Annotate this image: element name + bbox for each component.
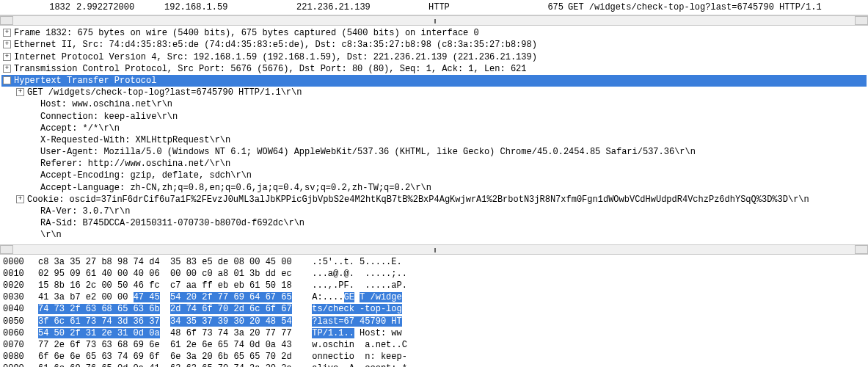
detail-text: User-Agent: Mozilla/5.0 (Windows NT 6.1;…	[40, 146, 696, 158]
hex-bytes: 02 95 09 61 40 00 40 06 00 00 c0 a8 01 3…	[38, 268, 292, 280]
hex-offset: 0030	[3, 291, 38, 303]
hex-line[interactable]: 002015 8b 16 2c 00 50 46 fc c7 aa ff eb …	[3, 280, 865, 291]
packet-list-row[interactable]: 1832 2.992272000 192.168.1.59 221.236.21…	[0, 0, 868, 15]
detail-text: Accept: */*\r\n	[40, 123, 120, 134]
detail-line: X-Requested-With: XMLHttpRequest\r\n	[1, 134, 867, 146]
detail-line: RA-Ver: 3.0.7\r\n	[1, 206, 867, 217]
detail-line[interactable]: +Cookie: oscid=37inF6drCif6u7a1F%2FEvzJ0…	[1, 194, 867, 206]
hex-offset: 0010	[3, 268, 38, 280]
col-time: 2.992272000	[76, 1, 164, 13]
detail-line: Host: www.oschina.net\r\n	[1, 98, 867, 110]
hex-line[interactable]: 00806f 6e 6e 65 63 74 69 6f 6e 3a 20 6b …	[3, 351, 865, 363]
col-src: 192.168.1.59	[164, 1, 296, 13]
expand-icon[interactable]: +	[3, 53, 11, 61]
packet-details-pane[interactable]: +Frame 1832: 675 bytes on wire (5400 bit…	[0, 26, 868, 244]
hex-offset: 0080	[3, 351, 38, 363]
hex-offset: 0050	[3, 316, 38, 327]
detail-text: Accept-Encoding: gzip, deflate, sdch\r\n	[40, 170, 252, 181]
hex-offset: 0020	[3, 280, 38, 291]
detail-text: \r\n	[40, 229, 62, 241]
detail-line: \r\n	[1, 229, 867, 241]
detail-text: Accept-Language: zh-CN,zh;q=0.8,en;q=0.6…	[40, 182, 431, 194]
detail-line[interactable]: +GET /widgets/check-top-log?last=6745790…	[1, 87, 867, 98]
hex-line[interactable]: 006054 50 2f 31 2e 31 0d 0a 48 6f 73 74 …	[3, 327, 865, 339]
expand-icon[interactable]: +	[16, 88, 24, 96]
hex-offset: 0040	[3, 303, 38, 315]
hex-line[interactable]: 004074 73 2f 63 68 65 63 6b 2d 74 6f 70 …	[3, 303, 865, 315]
hex-ascii: TP/1.1.. Host: ww	[296, 327, 402, 339]
hex-line[interactable]: 00503f 6c 61 73 74 3d 36 37 34 35 37 39 …	[3, 316, 865, 327]
hex-bytes: c8 3a 35 27 b8 98 74 d4 35 83 e5 de 08 0…	[38, 256, 292, 268]
hex-offset: 0000	[3, 256, 38, 268]
hex-offset: 0070	[3, 339, 38, 351]
detail-text: Frame 1832: 675 bytes on wire (5400 bits…	[14, 27, 479, 39]
hex-bytes: 54 50 2f 31 2e 31 0d 0a 48 6f 73 74 3a 2…	[38, 327, 292, 339]
detail-text: GET /widgets/check-top-log?last=6745790 …	[27, 87, 302, 98]
hex-ascii: ?last=67 45790 HT	[296, 316, 402, 327]
detail-text: Ethernet II, Src: 74:d4:35:83:e5:de (74:…	[14, 39, 537, 51]
detail-text: RA-Sid: B745DCCA-20150311-070730-b8070d-…	[40, 217, 304, 229]
collapse-icon[interactable]: -	[3, 76, 11, 84]
detail-line[interactable]: +Ethernet II, Src: 74:d4:35:83:e5:de (74…	[1, 39, 867, 51]
hex-line[interactable]: 0000c8 3a 35 27 b8 98 74 d4 35 83 e5 de …	[3, 256, 865, 268]
hex-bytes: 74 73 2f 63 68 65 63 6b 2d 74 6f 70 2d 6…	[38, 303, 292, 315]
hex-ascii: ...,.PF. .....aP.	[296, 280, 407, 291]
detail-line[interactable]: +Internet Protocol Version 4, Src: 192.1…	[1, 51, 867, 63]
detail-text: Connection: keep-alive\r\n	[40, 111, 178, 123]
hex-bytes: 15 8b 16 2c 00 50 46 fc c7 aa ff eb eb 6…	[38, 280, 292, 291]
hex-bytes: 41 3a b7 e2 00 00 47 45 54 20 2f 77 69 6…	[38, 291, 292, 303]
col-info: GET /widgets/check-top-log?last=6745790 …	[568, 1, 865, 13]
hex-line[interactable]: 001002 95 09 61 40 00 40 06 00 00 c0 a8 …	[3, 268, 865, 280]
hex-line[interactable]: 007077 2e 6f 73 63 68 69 6e 61 2e 6e 65 …	[3, 339, 865, 351]
detail-line[interactable]: +Transmission Control Protocol, Src Port…	[1, 63, 867, 75]
expand-icon[interactable]: +	[3, 29, 11, 37]
hex-offset: 0090	[3, 363, 38, 367]
expand-icon[interactable]: +	[3, 65, 11, 73]
hex-ascii: ts/check -top-log	[296, 303, 402, 315]
detail-line: RA-Sid: B745DCCA-20150311-070730-b8070d-…	[1, 217, 867, 229]
hex-ascii: alive..A ccept: *	[296, 363, 407, 367]
detail-text: Hypertext Transfer Protocol	[14, 75, 156, 87]
detail-text: Internet Protocol Version 4, Src: 192.16…	[14, 51, 537, 63]
detail-text: Host: www.oschina.net\r\n	[40, 98, 172, 110]
hex-ascii: A:....GE T /widge	[296, 291, 402, 303]
hex-ascii: .:5'..t. 5.....E.	[296, 256, 402, 268]
detail-line: Referer: http://www.oschina.net/\r\n	[1, 158, 867, 170]
detail-line[interactable]: -Hypertext Transfer Protocol	[1, 75, 867, 87]
expand-icon[interactable]: +	[16, 195, 24, 203]
detail-line: Connection: keep-alive\r\n	[1, 111, 867, 123]
col-no: 1832	[3, 1, 76, 13]
detail-text: Transmission Control Protocol, Src Port:…	[14, 63, 527, 75]
col-len: 675	[517, 1, 568, 13]
detail-line: Accept: */*\r\n	[1, 123, 867, 134]
hex-line[interactable]: 009061 6c 69 76 65 0d 0a 41 63 63 65 70 …	[3, 363, 865, 367]
packet-list-scrollbar[interactable]	[0, 15, 868, 26]
detail-text: Cookie: oscid=37inF6drCif6u7a1F%2FEvzJ0u…	[27, 194, 809, 206]
hex-line[interactable]: 003041 3a b7 e2 00 00 47 45 54 20 2f 77 …	[3, 291, 865, 303]
detail-line: Accept-Language: zh-CN,zh;q=0.8,en;q=0.6…	[1, 182, 867, 194]
hex-ascii: w.oschin a.net..C	[296, 339, 407, 351]
hex-dump-pane[interactable]: 0000c8 3a 35 27 b8 98 74 d4 35 83 e5 de …	[0, 255, 868, 367]
hex-offset: 0060	[3, 327, 38, 339]
detail-text: Referer: http://www.oschina.net/\r\n	[40, 158, 230, 170]
hex-bytes: 77 2e 6f 73 63 68 69 6e 61 2e 6e 65 74 0…	[38, 339, 292, 351]
col-dst: 221.236.21.139	[296, 1, 428, 13]
detail-line[interactable]: +Frame 1832: 675 bytes on wire (5400 bit…	[1, 27, 867, 39]
detail-text: X-Requested-With: XMLHttpRequest\r\n	[40, 134, 230, 146]
hex-bytes: 3f 6c 61 73 74 3d 36 37 34 35 37 39 30 2…	[38, 316, 292, 327]
hex-ascii: ...a@.@. .....;..	[296, 268, 407, 280]
hex-bytes: 61 6c 69 76 65 0d 0a 41 63 63 65 70 74 3…	[38, 363, 292, 367]
col-proto: HTTP	[428, 1, 517, 13]
detail-text: RA-Ver: 3.0.7\r\n	[40, 206, 130, 217]
expand-icon[interactable]: +	[3, 40, 11, 48]
hex-bytes: 6f 6e 6e 65 63 74 69 6f 6e 3a 20 6b 65 6…	[38, 351, 292, 363]
detail-line: Accept-Encoding: gzip, deflate, sdch\r\n	[1, 170, 867, 181]
detail-line: User-Agent: Mozilla/5.0 (Windows NT 6.1;…	[1, 146, 867, 158]
details-scrollbar[interactable]	[0, 244, 868, 255]
hex-ascii: onnectio n: keep-	[296, 351, 407, 363]
